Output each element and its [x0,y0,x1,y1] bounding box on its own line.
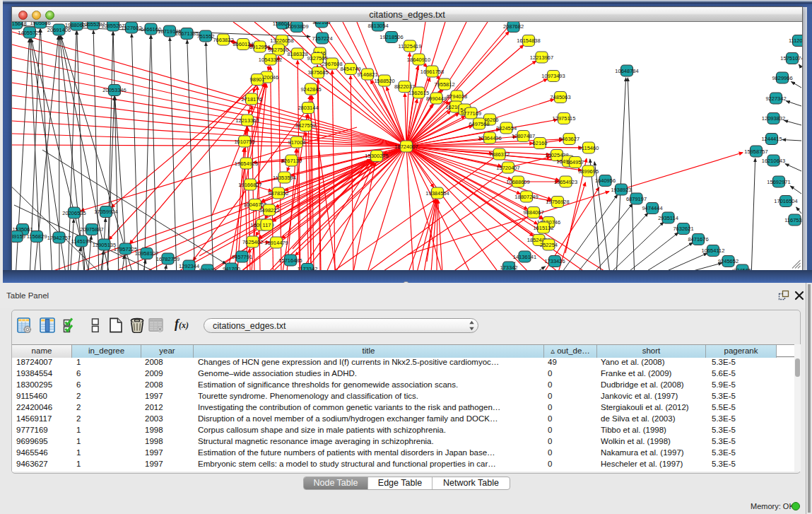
svg-text:16671385: 16671385 [175,30,199,37]
svg-text:7632621: 7632621 [673,226,693,232]
svg-text:9457791: 9457791 [232,254,252,260]
svg-text:17942757: 17942757 [47,235,71,241]
svg-text:20975887: 20975887 [80,226,103,233]
svg-text:2803144: 2803144 [298,105,318,111]
svg-text:6497568: 6497568 [469,121,489,127]
svg-text:12975115: 12975115 [553,115,576,122]
svg-text:98901: 98901 [250,76,265,83]
svg-text:8186328: 8186328 [287,51,307,57]
svg-text:16961758: 16961758 [420,69,444,75]
svg-text:117: 117 [263,222,271,228]
svg-text:917004: 917004 [288,139,305,146]
svg-text:19654923: 19654923 [554,179,577,185]
svg-text:751552: 751552 [196,33,214,40]
svg-text:15720407: 15720407 [496,165,519,171]
svg-text:14136141: 14136141 [513,254,536,260]
svg-text:862160: 862160 [312,22,330,25]
svg-text:7955812: 7955812 [434,81,454,88]
svg-text:19218506: 19218506 [379,34,403,40]
svg-text:7663822: 7663822 [213,37,233,43]
svg-text:15751074: 15751074 [780,55,802,62]
svg-text:9327500: 9327500 [268,47,288,53]
svg-text:1292344: 1292344 [179,263,199,269]
svg-text:9899695: 9899695 [578,168,599,175]
svg-text:1112075: 1112075 [789,37,802,44]
svg-text:173342: 173342 [500,264,517,271]
svg-text:10958107: 10958107 [135,250,158,257]
svg-text:1588520: 1588520 [374,78,394,84]
svg-text:9474444: 9474444 [642,205,662,211]
svg-text:9115460: 9115460 [579,145,599,151]
svg-text:15300275: 15300275 [365,153,388,159]
svg-text:14055721: 14055721 [18,30,41,36]
svg-text:12905135: 12905135 [93,242,116,248]
svg-text:1527602: 1527602 [121,25,141,31]
svg-text:3498222: 3498222 [259,207,279,214]
svg-text:15716485: 15716485 [278,257,302,264]
svg-text:9829966: 9829966 [772,75,792,81]
svg-text:1938923: 1938923 [611,187,631,193]
svg-text:19384554: 19384554 [425,190,449,197]
svg-text:3824554: 3824554 [496,125,517,132]
svg-text:19166827: 19166827 [238,182,261,188]
svg-text:1167539: 1167539 [784,217,802,223]
svg-text:6879197: 6879197 [626,196,647,202]
svg-text:9245652: 9245652 [718,258,739,264]
svg-text:7485063: 7485063 [550,94,570,100]
svg-text:10654112: 10654112 [702,247,725,254]
svg-text:8267130: 8267130 [281,158,302,164]
svg-text:7357224: 7357224 [312,35,332,42]
svg-text:8471676: 8471676 [688,236,708,243]
svg-text:20364436: 20364436 [478,135,501,141]
svg-text:17957225: 17957225 [114,246,137,252]
svg-text:11353594: 11353594 [273,175,296,181]
svg-text:8427552: 8427552 [295,122,316,129]
svg-text:16093809: 16093809 [285,23,308,30]
svg-text:9146821: 9146821 [357,71,377,78]
svg-text:1244415: 1244415 [761,136,782,142]
svg-text:20053346: 20053346 [102,87,126,93]
svg-text:8878352: 8878352 [268,190,288,197]
svg-text:8912954: 8912954 [249,44,270,50]
svg-text:9777169: 9777169 [461,110,481,117]
svg-text:13226058: 13226058 [270,37,293,44]
svg-text:18807249: 18807249 [514,194,538,200]
svg-text:7886372: 7886372 [489,151,510,158]
svg-text:10648784: 10648784 [615,68,638,74]
svg-text:15958757: 15958757 [744,148,767,155]
svg-text:1640956: 1640956 [595,177,616,184]
svg-text:19756928: 19756928 [546,199,569,205]
svg-text:6794028: 6794028 [447,93,467,100]
svg-text:10543382: 10543382 [259,57,282,63]
svg-text:1145194: 1145194 [71,238,92,245]
svg-text:8813054: 8813054 [367,23,388,29]
svg-text:12093832: 12093832 [762,115,785,122]
svg-text:16782759: 16782759 [156,256,180,262]
svg-text:10973493: 10973493 [541,73,565,79]
svg-text:17359924: 17359924 [94,209,117,215]
svg-text:8990448: 8990448 [426,95,447,102]
svg-text:164957: 164957 [566,159,584,165]
svg-text:10807487: 10807487 [512,133,535,139]
svg-text:11325419: 11325419 [399,43,422,49]
svg-text:1615648: 1615648 [12,22,27,27]
svg-text:17016504: 17016504 [774,198,797,204]
svg-text:7625402: 7625402 [242,239,263,245]
svg-text:3875685: 3875685 [307,69,328,76]
svg-text:9463627: 9463627 [559,136,579,142]
svg-text:20206535: 20206535 [62,210,86,216]
svg-text:9884067: 9884067 [523,209,543,216]
svg-text:9242845: 9242845 [300,86,321,93]
svg-text:62160: 62160 [533,140,548,146]
svg-text:18640910: 18640910 [407,57,430,63]
svg-text:1905586: 1905586 [30,22,50,26]
svg-text:1156829: 1156829 [27,233,47,240]
svg-text:1615132: 1615132 [533,225,553,231]
svg-text:2967608: 2967608 [322,61,342,67]
svg-text:19654925: 19654925 [235,160,258,167]
svg-text:12213967: 12213967 [530,54,553,61]
svg-text:9227342: 9227342 [765,95,786,102]
svg-text:2718176: 2718176 [241,96,261,103]
svg-text:15692971: 15692971 [767,179,790,185]
svg-text:252254: 252254 [540,242,558,248]
